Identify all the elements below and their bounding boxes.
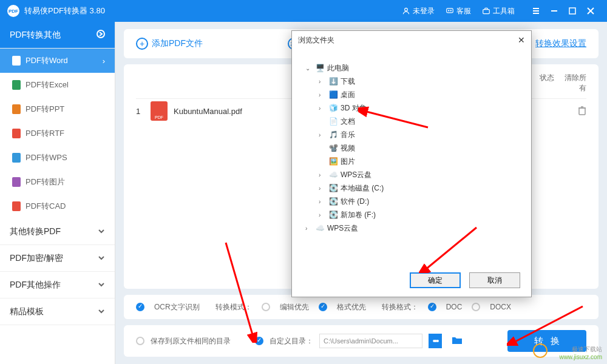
tree-node[interactable]: ›💽本地磁盘 (C:)	[303, 181, 520, 195]
tree-node[interactable]: ›☁️WPS云盘	[303, 168, 520, 181]
open-folder-icon[interactable]	[452, 336, 463, 346]
sidebar: PDF转换其他PDF转Word›PDF转ExcelPDF转PPTPDF转RTFP…	[0, 22, 115, 364]
sidebar-item[interactable]: PDF转Excel	[0, 73, 115, 97]
svg-rect-9	[569, 8, 575, 14]
folder-icon: 💽	[328, 184, 338, 192]
tree-node[interactable]: ›🎵音乐	[303, 128, 520, 141]
clear-all-button[interactable]: 清除所有	[563, 73, 586, 93]
file-type-icon	[12, 129, 21, 138]
bottom-bar: 保存到原文件相同的目录 自定义目录： ••• 转换	[124, 325, 599, 357]
tree-node[interactable]: ⌄🖥️此电脑	[303, 61, 520, 75]
folder-icon: 💽	[328, 211, 338, 219]
svg-point-0	[405, 8, 408, 11]
mode-format-radio[interactable]	[319, 303, 327, 311]
format-docx-radio[interactable]	[472, 303, 480, 311]
dialog-title: 浏览文件夹	[298, 35, 334, 46]
folder-icon: 🎵	[328, 130, 338, 139]
browse-button[interactable]: •••	[429, 334, 442, 348]
user-icon	[402, 7, 410, 15]
dialog-close-button[interactable]: ✕	[518, 35, 525, 45]
tree-node[interactable]: ›☁️WPS云盘	[303, 221, 520, 235]
sidebar-item[interactable]: PDF转PPT	[0, 97, 115, 121]
dialog-cancel-button[interactable]: 取消	[469, 272, 520, 288]
file-type-icon	[12, 56, 21, 66]
tree-node[interactable]: 📽️视频	[303, 141, 520, 155]
folder-icon: 🖼️	[328, 157, 338, 166]
folder-icon: 📄	[328, 117, 338, 126]
save-original-radio[interactable]	[136, 337, 144, 345]
tree-node[interactable]: 🖼️图片	[303, 155, 520, 168]
minimize-button[interactable]	[545, 2, 563, 20]
titlebar: PDF 转易侠PDF转换器 3.80 未登录 客服 工具箱	[0, 0, 607, 22]
maximize-button[interactable]	[563, 2, 582, 20]
tree-node[interactable]: 📄文档	[303, 115, 520, 128]
svg-rect-13	[579, 108, 585, 115]
toolbox-icon	[482, 7, 490, 15]
sidebar-group[interactable]: PDF转换其他	[0, 22, 115, 49]
custom-dir-radio[interactable]	[255, 337, 263, 345]
svg-point-3	[450, 10, 451, 11]
sidebar-group[interactable]: 精品模板	[0, 298, 115, 325]
folder-icon: 🖥️	[315, 64, 325, 72]
mode-edit-radio[interactable]	[262, 303, 270, 311]
dialog-ok-button[interactable]: 确定	[410, 272, 461, 288]
file-type-icon	[12, 153, 21, 163]
effect-settings-link[interactable]: 转换效果设置	[535, 38, 586, 49]
tree-node[interactable]: ›🟦桌面	[303, 88, 520, 101]
file-type-icon	[12, 177, 21, 187]
chat-icon	[446, 7, 454, 15]
toolbox-button[interactable]: 工具箱	[482, 6, 515, 16]
folder-icon: 🟦	[328, 90, 338, 99]
tree-node[interactable]: ›🧊3D 对象	[303, 101, 520, 115]
close-button[interactable]	[582, 2, 600, 20]
svg-point-12	[97, 30, 104, 38]
file-type-icon	[12, 104, 21, 114]
folder-icon: ☁️	[328, 170, 338, 179]
ocr-checkbox[interactable]	[136, 303, 144, 311]
file-type-icon	[12, 80, 21, 90]
folder-icon: ☁️	[315, 224, 325, 232]
sidebar-group[interactable]: PDF加密/解密	[0, 245, 115, 272]
svg-rect-4	[483, 10, 490, 14]
add-pdf-button[interactable]: + 添加PDF文件	[136, 38, 203, 50]
sidebar-item[interactable]: PDF转CAD	[0, 194, 115, 218]
sidebar-item[interactable]: PDF转RTF	[0, 121, 115, 146]
options-bar: OCR文字识别 转换模式： 编辑优先 格式优先 转换格式： DOC DOCX	[124, 295, 599, 319]
col-status: 状态	[531, 73, 563, 93]
svg-rect-1	[447, 8, 453, 13]
folder-icon: 🧊	[328, 104, 338, 112]
menu-button[interactable]	[527, 2, 545, 20]
sidebar-group[interactable]: 其他转换PDF	[0, 218, 115, 245]
app-title: 转易侠PDF转换器 3.80	[24, 5, 105, 16]
sidebar-item[interactable]: PDF转图片	[0, 170, 115, 194]
login-button[interactable]: 未登录	[402, 6, 435, 16]
format-doc-radio[interactable]	[428, 303, 436, 311]
tree-node[interactable]: ›💽软件 (D:)	[303, 195, 520, 208]
folder-tree[interactable]: ⌄🖥️此电脑›⬇️下载›🟦桌面›🧊3D 对象📄文档›🎵音乐📽️视频🖼️图片›☁️…	[303, 61, 520, 235]
file-type-icon	[12, 201, 21, 211]
browse-folder-dialog: 浏览文件夹 ✕ ⌄🖥️此电脑›⬇️下载›🟦桌面›🧊3D 对象📄文档›🎵音乐📽️视…	[291, 30, 532, 297]
app-logo-icon: PDF	[7, 5, 19, 17]
support-button[interactable]: 客服	[446, 6, 471, 16]
sidebar-item[interactable]: PDF转WPS	[0, 146, 115, 170]
folder-icon: 📽️	[328, 144, 338, 152]
folder-icon: 💽	[328, 197, 338, 206]
svg-point-2	[449, 10, 449, 11]
plus-icon: +	[136, 38, 148, 50]
delete-icon[interactable]	[578, 106, 586, 117]
tree-node[interactable]: ›💽新加卷 (F:)	[303, 208, 520, 221]
convert-button[interactable]: 转换	[507, 330, 586, 352]
sidebar-item[interactable]: PDF转Word›	[0, 49, 115, 73]
path-input[interactable]	[319, 334, 422, 348]
sidebar-group[interactable]: PDF其他操作	[0, 272, 115, 298]
pdf-icon: PDF	[151, 101, 168, 121]
folder-icon: ⬇️	[328, 77, 338, 86]
tree-node[interactable]: ›⬇️下载	[303, 75, 520, 88]
